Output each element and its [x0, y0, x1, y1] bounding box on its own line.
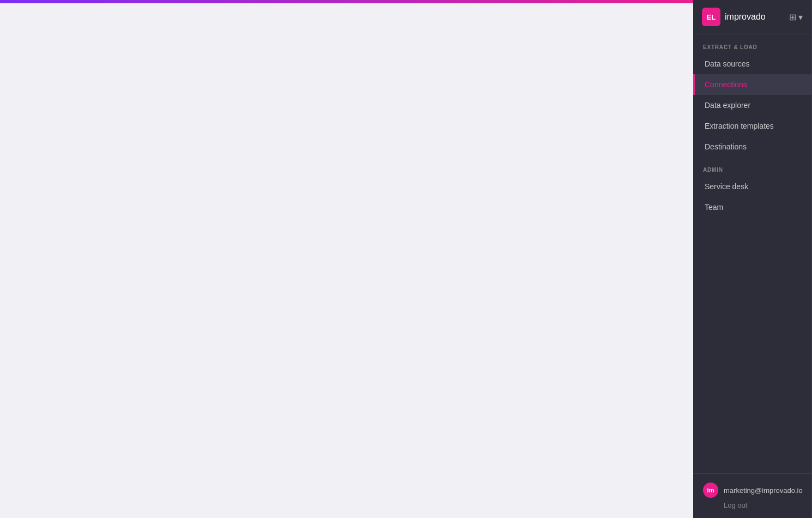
sidebar-footer: im marketing@improvado.io Log out: [693, 473, 811, 518]
sidebar-header: EL improvado ⊞ ▾: [693, 0, 811, 34]
sidebar-item-destinations[interactable]: Destinations: [693, 136, 811, 157]
sidebar-section-extract: EXTRACT & LOAD Data sources Connections …: [693, 34, 811, 157]
footer-email: marketing@improvado.io: [724, 486, 803, 495]
avatar: im: [703, 483, 718, 498]
sidebar-item-label: Destinations: [705, 142, 747, 151]
sidebar-item-connections[interactable]: Connections: [693, 74, 811, 95]
sidebar: EL improvado ⊞ ▾ EXTRACT & LOAD Data sou…: [693, 0, 812, 518]
top-bar: [0, 0, 693, 3]
logout-button[interactable]: Log out: [703, 501, 802, 509]
footer-user: im marketing@improvado.io: [703, 483, 802, 498]
sidebar-item-team[interactable]: Team: [693, 197, 811, 218]
sidebar-item-data-explorer[interactable]: Data explorer: [693, 95, 811, 116]
grid-icon[interactable]: ⊞ ▾: [789, 12, 803, 22]
sidebar-section-label-admin: ADMIN: [693, 157, 811, 176]
sidebar-item-service-desk[interactable]: Service desk: [693, 176, 811, 197]
sidebar-item-data-sources[interactable]: Data sources: [693, 53, 811, 74]
sidebar-item-label: Connections: [705, 80, 747, 89]
sidebar-section-label-extract: EXTRACT & LOAD: [693, 34, 811, 53]
sidebar-item-label: Data explorer: [705, 101, 750, 110]
sidebar-item-extraction-templates[interactable]: Extraction templates: [693, 116, 811, 136]
sidebar-item-label: Data sources: [705, 59, 749, 68]
logo-badge: EL: [702, 8, 720, 26]
sidebar-item-label: Extraction templates: [705, 122, 774, 130]
sidebar-item-label: Service desk: [705, 182, 748, 191]
sidebar-item-label: Team: [705, 203, 723, 212]
sidebar-section-admin: ADMIN Service desk Team: [693, 157, 811, 218]
logo-name: improvado: [725, 12, 766, 22]
